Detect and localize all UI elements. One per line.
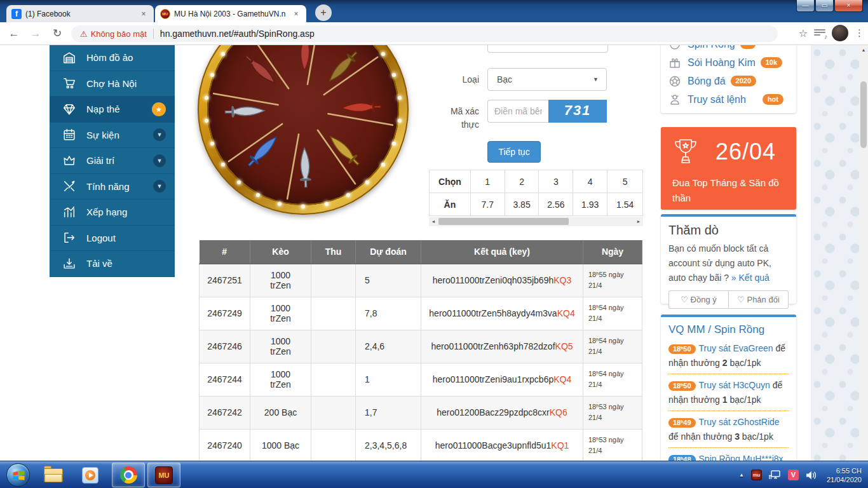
tab-close-icon[interactable]: × [291, 10, 301, 18]
chevron-down-icon: ▼ [153, 128, 166, 141]
quick-link-truy-sat-lenh[interactable]: Truy sát lệnh hot [661, 90, 796, 109]
bookmark-star-icon[interactable]: ☆ [799, 27, 808, 39]
security-chip[interactable]: ⚠Không bảo mật [80, 29, 147, 39]
chrome-icon [120, 466, 137, 484]
hunter-person-icon [668, 93, 681, 106]
extension-icon[interactable]: ♪ [814, 28, 825, 38]
profile-avatar[interactable] [832, 25, 848, 41]
tray-v-icon[interactable]: V [788, 470, 799, 480]
odds-col[interactable]: 4 [573, 170, 607, 193]
cell-thu [311, 297, 356, 330]
tab-facebook[interactable]: f (1) Facebook × [6, 5, 154, 22]
ranking-chart-icon [62, 205, 76, 219]
poll-result-link[interactable]: » Kết quả [731, 273, 770, 283]
back-icon[interactable]: ← [5, 25, 23, 43]
divider [153, 29, 154, 39]
captcha-code[interactable]: 731 [548, 100, 607, 123]
captcha-input[interactable] [487, 100, 548, 123]
minimize-button[interactable]: — [796, 0, 815, 12]
cell-thu [311, 429, 356, 461]
sidebar-item-nap-the[interactable]: Nạp thẻ ★ [50, 97, 175, 123]
start-button[interactable] [6, 463, 30, 487]
odds-horizontal-scrollbar[interactable]: ◄ ► [429, 217, 643, 226]
system-clock[interactable]: 6:55 CH 21/04/2020 [827, 466, 862, 484]
scroll-up-icon[interactable]: ▲ [859, 48, 868, 52]
address-bar[interactable]: ⚠Không bảo mật hn.gamethuvn.net/#auth/Sp… [71, 25, 778, 42]
continue-button[interactable]: Tiếp tục [487, 141, 541, 163]
tab-mu-hanoi[interactable]: MU MU Hà Nội 2003 - GamethuVN.n × [155, 5, 306, 22]
feed-player-link[interactable]: Truy sát H3cQuyn [699, 380, 770, 390]
agree-button[interactable]: ♡ Đồng ý [668, 290, 728, 309]
odds-col[interactable]: 2 [505, 170, 539, 193]
facebook-favicon: f [11, 9, 22, 19]
type-select[interactable]: Bạc ▼ [487, 68, 607, 91]
sidebar-item-hom-do-ao[interactable]: Hòm đồ ảo [50, 45, 175, 71]
sidebar-item-logout[interactable]: Logout [50, 226, 175, 252]
odds-val: 2.56 [539, 193, 573, 216]
sidebar-item-giai-tri[interactable]: Giải trí ▼ [50, 148, 175, 174]
taskbar-explorer-button[interactable] [37, 463, 70, 487]
download-icon [62, 257, 76, 271]
odds-col[interactable]: 3 [539, 170, 573, 193]
cell-du-doan: 2,3,4,5,6,8 [356, 429, 421, 461]
scrollbar-thumb[interactable] [438, 218, 569, 225]
clock-date: 21/04/2020 [827, 475, 862, 484]
event-banner[interactable]: 26/04 Đua Top Tháng & Săn đồ thần [661, 127, 796, 210]
scrollbar-thumb[interactable] [860, 81, 867, 148]
sidebar-item-cho-ha-noi[interactable]: Chợ Hà Nội [50, 71, 175, 97]
sidebar-item-xep-hang[interactable]: Xếp hạng [50, 200, 175, 226]
taskbar-chrome-button[interactable] [112, 463, 145, 487]
weapon-icon [325, 48, 360, 85]
quick-link-bong-da[interactable]: Bóng đá 2020 [661, 72, 796, 90]
sidebar-item-tinh-nang[interactable]: Tính năng ▼ [50, 174, 175, 200]
feed-item: 18ʰ50Truy sát H3cQuyn để nhận thưởng 1 b… [668, 378, 789, 411]
wheel-bulb [221, 163, 225, 166]
tools-icon [62, 179, 76, 193]
calendar-icon [62, 128, 76, 142]
spin-wheel[interactable] [198, 45, 409, 215]
cell-keo: 1000 trZen [250, 363, 311, 396]
network-icon[interactable] [769, 470, 781, 480]
restore-button[interactable]: ▭ [815, 0, 834, 12]
sidebar-item-label: Giải trí [86, 155, 114, 166]
odds-col[interactable]: 5 [607, 170, 643, 193]
sidebar-item-tai-ve[interactable]: Tải về [50, 251, 175, 277]
odds-table: Chọn 1 2 3 4 5 Ăn 7.7 3.85 2.56 1.93 1.5… [429, 170, 643, 216]
tray-mu-icon[interactable]: mu [751, 470, 762, 480]
table-row: 2467249 1000 trZen 7,8 hero011000trZen5h… [200, 297, 642, 330]
cell-du-doan: 5 [356, 264, 421, 297]
quick-link-spin-rong[interactable]: Spin Rồng [661, 45, 796, 53]
sidebar-item-su-kien[interactable]: Sự kiện ▼ [50, 123, 175, 149]
feed-title-link[interactable]: VQ MM / Spin Rồng [668, 323, 789, 336]
scroll-right-icon[interactable]: ► [634, 217, 643, 226]
quick-link-soi-hoang-kim[interactable]: Sói Hoàng Kim 10k [661, 53, 796, 72]
refresh-icon[interactable]: ↻ [48, 25, 66, 43]
taskbar-mu-game-button[interactable]: MU [147, 463, 180, 487]
disagree-button[interactable]: ♡ Phản đối [728, 290, 789, 309]
feed-player-link[interactable]: Truy sát EvaGreen [699, 343, 773, 353]
windows-flag-icon [13, 471, 25, 480]
sidebar-item-label: Sự kiện [86, 130, 119, 140]
taskbar-media-player-button[interactable] [74, 463, 107, 487]
tray-expand-icon[interactable]: ▲ [739, 472, 744, 478]
odds-choose-label: Chọn [430, 170, 471, 193]
poll-question: Bạn có muốn block tất cả account sử dụng… [668, 241, 789, 285]
table-row: 2467240 1000 Bạc 2,3,4,5,6,8 hero011000B… [200, 429, 642, 461]
new-tab-button[interactable]: + [315, 4, 332, 21]
odds-col[interactable]: 1 [470, 170, 505, 193]
close-button[interactable]: × [834, 0, 863, 12]
history-table: # Kèo Thu Dự đoán Kết quả (key) Ngày 246… [199, 240, 642, 461]
amount-input[interactable] [487, 45, 608, 53]
forward-icon[interactable]: → [27, 25, 44, 43]
feed-time-badge: 18ʰ48 [668, 455, 696, 461]
cell-ket-qua: hero01200Bacz29pzdpc8cxrKQ6 [421, 396, 583, 429]
scroll-left-icon[interactable]: ◄ [429, 217, 438, 226]
page-scrollbar[interactable]: ▲ [859, 45, 868, 461]
menu-kebab-icon[interactable]: ⋮ [855, 27, 864, 39]
cell-du-doan: 7,8 [356, 297, 421, 330]
feed-player-link[interactable]: Truy sát zGhostRide [699, 417, 780, 427]
captcha-label: Mã xác thực [435, 105, 479, 132]
volume-icon[interactable] [806, 470, 817, 480]
tab-close-icon[interactable]: × [139, 10, 149, 18]
feed-player-link[interactable]: Spin Rồng MuH***i8x [699, 454, 783, 461]
